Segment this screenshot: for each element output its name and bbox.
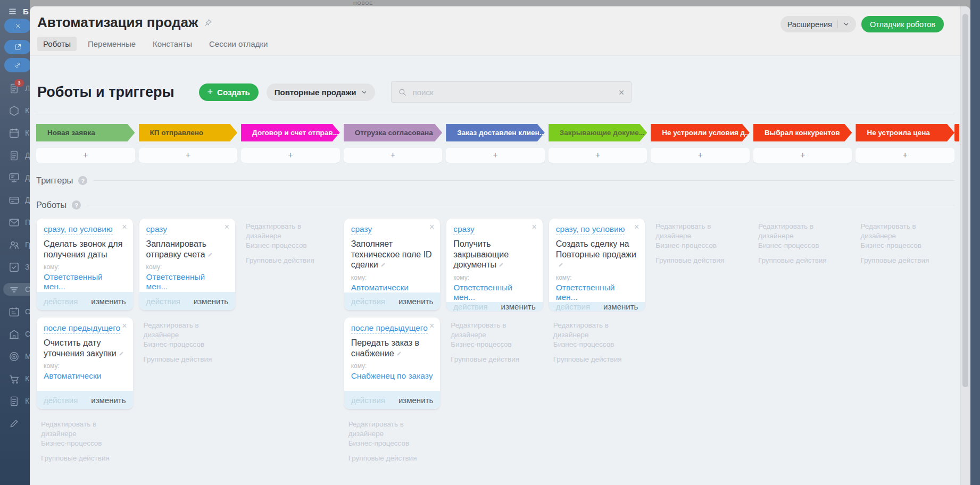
close-icon[interactable]: × xyxy=(225,223,229,231)
sidebar-item-Гр[interactable]: Гр xyxy=(0,238,30,251)
group-actions-link[interactable]: Групповые действия xyxy=(144,355,236,364)
sidebar-item-К[interactable]: К xyxy=(0,372,30,385)
close-icon[interactable]: × xyxy=(429,223,434,231)
edit-pencil-icon[interactable] xyxy=(118,350,125,357)
actions-link[interactable]: действия xyxy=(44,396,78,405)
add-robot-button-3[interactable]: + xyxy=(241,148,340,163)
stage-chevron-8[interactable]: Выбрал конкурентов xyxy=(753,123,852,143)
group-actions-link[interactable]: Групповые действия xyxy=(451,355,543,364)
sidebar-item-К[interactable]: К xyxy=(0,395,30,407)
robot-assignee-link[interactable]: Ответственный мен... xyxy=(556,283,638,302)
designer-edit-link[interactable]: Редактировать в дизайнереБизнес-процессо… xyxy=(860,222,952,250)
add-robot-button-6[interactable]: + xyxy=(549,148,647,163)
robot-assignee-link[interactable]: Снабженец по заказу xyxy=(351,371,434,381)
search-input[interactable] xyxy=(412,87,614,97)
actions-link[interactable]: действия xyxy=(556,302,590,311)
extensions-button[interactable]: Расширения xyxy=(780,16,856,32)
robot-assignee-link[interactable]: Ответственный мен... xyxy=(146,272,229,291)
stage-chevron-5[interactable]: Заказ доставлен клиен... xyxy=(446,123,545,143)
sidebar-item-О[interactable]: О xyxy=(0,305,30,318)
add-robot-button-4[interactable]: + xyxy=(344,148,443,163)
stage-chevron-9[interactable]: Не устроила цена xyxy=(856,123,954,143)
search-box[interactable]: × xyxy=(391,81,632,103)
close-icon[interactable]: × xyxy=(122,322,127,330)
sidebar-item-blank[interactable] xyxy=(0,417,30,430)
scrollbar-thumb[interactable] xyxy=(962,14,968,387)
edit-link[interactable]: изменить xyxy=(91,396,126,405)
sidebar-pill-external-link[interactable] xyxy=(4,40,30,54)
group-actions-link[interactable]: Групповые действия xyxy=(348,454,441,463)
stage-chevron-1[interactable]: Новая заявка xyxy=(36,123,135,143)
robot-trigger-type-link[interactable]: сразу xyxy=(351,224,372,235)
scrollbar[interactable] xyxy=(960,6,970,485)
add-robot-button-2[interactable]: + xyxy=(139,148,238,163)
help-icon[interactable]: ? xyxy=(72,200,81,210)
edit-pencil-icon[interactable] xyxy=(396,350,403,357)
close-icon[interactable]: × xyxy=(122,223,127,231)
edit-pencil-icon[interactable] xyxy=(498,261,505,268)
actions-link[interactable]: действия xyxy=(44,297,78,306)
actions-link[interactable]: действия xyxy=(351,396,385,405)
robot-trigger-type-link[interactable]: после предыдущего xyxy=(44,323,120,334)
tab-debug-sessions[interactable]: Сессии отладки xyxy=(203,37,273,51)
robot-assignee-link[interactable]: Ответственный мен... xyxy=(453,283,536,302)
sidebar-item-К[interactable]: К xyxy=(0,127,30,139)
edit-pencil-icon[interactable] xyxy=(558,261,564,268)
sidebar-item-З[interactable]: З xyxy=(0,261,30,273)
sidebar-item-Д[interactable]: Д xyxy=(0,149,30,162)
menu-icon[interactable] xyxy=(8,7,17,16)
sidebar-pill-link[interactable] xyxy=(4,58,30,72)
designer-edit-link[interactable]: Редактировать в дизайнереБизнес-процессо… xyxy=(246,222,338,250)
edit-link[interactable]: изменить xyxy=(194,297,228,306)
robot-debugger-button[interactable]: Отладчик роботов xyxy=(861,16,944,32)
stage-chevron-6[interactable]: Закрывающие докуме... xyxy=(549,123,647,143)
sidebar-item-С[interactable]: С xyxy=(0,328,30,340)
designer-edit-link[interactable]: Редактировать в дизайнереБизнес-процессо… xyxy=(758,222,850,250)
actions-link[interactable]: действия xyxy=(351,297,385,306)
designer-edit-link[interactable]: Редактировать в дизайнереБизнес-процессо… xyxy=(553,321,645,349)
add-robot-button-9[interactable]: + xyxy=(856,148,954,163)
edit-pencil-icon[interactable] xyxy=(207,251,214,258)
sidebar-item-Д[interactable]: Д xyxy=(0,171,30,184)
designer-edit-link[interactable]: Редактировать в дизайнереБизнес-процессо… xyxy=(348,420,441,448)
edit-link[interactable]: изменить xyxy=(398,297,433,306)
create-button[interactable]: + Создать xyxy=(199,83,259,101)
add-robot-button-8[interactable]: + xyxy=(753,148,852,163)
edit-link[interactable]: изменить xyxy=(603,302,638,311)
sidebar-item-Л[interactable]: 3Л xyxy=(0,82,30,95)
edit-link[interactable]: изменить xyxy=(398,396,433,405)
tab-variables[interactable]: Переменные xyxy=(82,37,142,51)
close-icon[interactable]: × xyxy=(531,223,536,231)
tab-constants[interactable]: Константы xyxy=(147,37,198,51)
robot-assignee-link[interactable]: Автоматически xyxy=(351,283,434,292)
robot-assignee-link[interactable]: Автоматически xyxy=(44,371,126,381)
group-actions-link[interactable]: Групповые действия xyxy=(553,355,645,364)
robot-trigger-type-link[interactable]: сразу, по условию xyxy=(44,224,113,235)
sidebar-pill-close[interactable] xyxy=(4,19,30,33)
stage-chevron-7[interactable]: Не устроили условия д... xyxy=(651,123,750,143)
robot-assignee-link[interactable]: Ответственный мен... xyxy=(44,272,126,291)
sidebar-item-П[interactable]: П xyxy=(0,216,30,229)
close-icon[interactable]: × xyxy=(634,223,639,231)
pin-icon[interactable] xyxy=(204,18,213,27)
add-robot-button-1[interactable]: + xyxy=(36,148,135,163)
stage-chevron-2[interactable]: КП отправлено xyxy=(139,123,238,143)
sidebar-item-С[interactable]: С xyxy=(3,283,30,296)
robot-trigger-type-link[interactable]: после предыдущего xyxy=(351,323,428,334)
designer-edit-link[interactable]: Редактировать в дизайнереБизнес-процессо… xyxy=(41,420,133,448)
actions-link[interactable]: действия xyxy=(453,302,487,311)
group-actions-link[interactable]: Групповые действия xyxy=(758,256,850,265)
actions-link[interactable]: действия xyxy=(146,297,180,306)
group-actions-link[interactable]: Групповые действия xyxy=(41,454,133,463)
help-icon[interactable]: ? xyxy=(78,176,87,185)
group-actions-link[interactable]: Групповые действия xyxy=(860,256,952,265)
edit-pencil-icon[interactable] xyxy=(380,261,387,268)
group-actions-link[interactable]: Групповые действия xyxy=(655,256,748,265)
close-icon[interactable]: × xyxy=(429,322,434,330)
sidebar-item-К[interactable]: К xyxy=(0,104,30,117)
robot-trigger-type-link[interactable]: сразу, по условию xyxy=(556,224,625,235)
edit-link[interactable]: изменить xyxy=(501,302,536,311)
robot-trigger-type-link[interactable]: сразу xyxy=(146,224,168,235)
designer-edit-link[interactable]: Редактировать в дизайнереБизнес-процессо… xyxy=(655,222,748,250)
add-robot-button-5[interactable]: + xyxy=(446,148,545,163)
